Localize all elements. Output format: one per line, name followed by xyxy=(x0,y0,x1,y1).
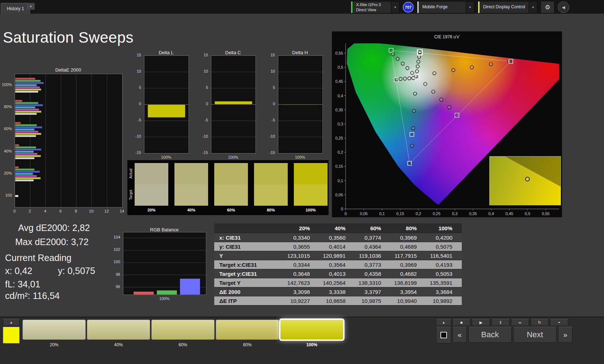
add-tab-button[interactable]: + xyxy=(27,3,35,10)
swatch-color xyxy=(151,320,215,340)
table-cell: 0,3340 xyxy=(284,235,319,241)
actual-target-swatch-panel: Actual Target 20%40%60%80%100% xyxy=(127,160,329,215)
swatch-color xyxy=(280,320,343,340)
meter-dropdown[interactable]: X-Rite i1Pro 3 Direct View ▼ xyxy=(351,1,400,13)
delta-bar xyxy=(282,104,319,105)
continuous-read-button[interactable]: ∞ xyxy=(511,319,529,326)
x-tick-label: 0 xyxy=(11,209,18,213)
table-cell: 142,7623 xyxy=(284,280,319,286)
deltae-bar xyxy=(15,133,41,135)
measured-point xyxy=(433,72,436,75)
pattern-source-label: Mobile Forge xyxy=(419,1,466,13)
svg-text:0,4: 0,4 xyxy=(489,211,494,216)
swatch-label: 60% xyxy=(214,208,248,212)
table-cell: 0,4689 xyxy=(390,244,426,250)
table-cell: 3,3684 xyxy=(426,289,462,295)
history-tab[interactable]: History 1 xyxy=(1,3,30,14)
up-arrow-button-left[interactable]: ▲ xyxy=(3,319,20,326)
deltae2000-plot xyxy=(14,74,123,207)
delta-c-plot xyxy=(211,55,256,154)
contrast-button[interactable]: ◓ xyxy=(550,319,568,326)
loop-button[interactable]: ↻ xyxy=(531,319,549,326)
patch-count-badge[interactable]: 707 xyxy=(403,2,414,13)
square-icon xyxy=(440,332,447,338)
topbar-controls: X-Rite i1Pro 3 Direct View ▼ 707 Mobile … xyxy=(351,1,569,13)
settings-gear-button[interactable]: ⚙ xyxy=(541,1,554,13)
deltae2000-chart: DeltaE 2000 100%80%60%40%20%100 02468101… xyxy=(1,67,124,219)
deltae-bar xyxy=(15,107,35,108)
avg-de2000-reading: Avg dE2000: 2,82 xyxy=(18,223,90,233)
pattern-source-dropdown[interactable]: Mobile Forge ▼ xyxy=(417,1,474,13)
chart-title: RGB Balance xyxy=(123,227,206,232)
y-tick-label: -15 xyxy=(131,150,141,155)
chart-title: CIE 1976 u'v' xyxy=(332,34,562,39)
svg-text:0,5: 0,5 xyxy=(338,65,343,69)
page-navigation: « Back Next » xyxy=(452,327,573,343)
top-bar: History 1 + X-Rite i1Pro 3 Direct View ▼… xyxy=(0,0,604,14)
target-swatch xyxy=(174,184,208,206)
display-control-label: Direct Display Control xyxy=(480,1,529,13)
deltae-bar xyxy=(15,78,35,80)
x-tick-label: 10 xyxy=(88,209,95,213)
table-row: Target y:CIE310,36480,40130,43580,46820,… xyxy=(214,269,462,278)
table-cell: 10,9940 xyxy=(390,298,426,304)
saturation-level-button[interactable]: 100% xyxy=(280,320,343,347)
delta-l-chart: Delta L 151050-5-10-15 100% xyxy=(131,50,193,162)
saturation-level-button[interactable]: 20% xyxy=(22,320,86,347)
up-arrow-button-right[interactable]: ▲ xyxy=(436,319,451,326)
actual-row-label: Actual xyxy=(128,163,133,184)
measured-point xyxy=(411,71,414,74)
measured-point xyxy=(396,57,399,60)
deltae-bar xyxy=(15,144,19,146)
bottom-control-bar: ▲ 20%40%60%80%100% ▲ ■ ▶ ‖ ∞ ↻ ◓ « Back … xyxy=(0,317,604,364)
cie-diagram-panel: CIE 1976 u'v' 000,050,050,10,10,150,150,… xyxy=(332,31,562,217)
deltae-bar xyxy=(15,102,38,104)
current-cdm2-reading: cd/m²: 116,54 xyxy=(5,291,60,301)
y-tick-label: -15 xyxy=(198,150,208,155)
display-control-dropdown[interactable]: Direct Display Control ▼ xyxy=(478,1,537,13)
rgb-bar-green xyxy=(157,290,177,295)
stop-button[interactable]: ■ xyxy=(452,319,470,326)
measured-point xyxy=(411,144,414,147)
pause-button[interactable]: ‖ xyxy=(491,319,510,326)
saturation-level-button[interactable]: 80% xyxy=(216,320,279,347)
deltae-bar xyxy=(15,82,44,84)
pattern-window-button[interactable] xyxy=(436,327,451,343)
saturation-level-button[interactable]: 60% xyxy=(151,320,215,347)
collapse-panel-button[interactable]: ◀ xyxy=(558,1,569,13)
first-page-button[interactable]: « xyxy=(452,327,467,343)
measured-point xyxy=(391,53,394,56)
y-tick-label: 98 xyxy=(110,272,120,277)
deltae-bar xyxy=(15,151,34,153)
table-cell: 120,9891 xyxy=(319,253,355,259)
chevron-down-icon[interactable]: ▼ xyxy=(529,1,537,13)
table-row: Target Y142,7623140,2564138,3310136,8199… xyxy=(214,278,462,287)
swatch-label: 80% xyxy=(216,342,279,347)
next-button[interactable]: Next xyxy=(513,327,557,343)
svg-text:0,35: 0,35 xyxy=(469,211,477,216)
x-axis-label: 100% xyxy=(278,155,322,159)
measured-point xyxy=(416,65,419,68)
y-tick-label: 104 xyxy=(110,235,120,239)
back-button[interactable]: Back xyxy=(468,327,512,343)
chevron-down-icon[interactable]: ▼ xyxy=(466,1,474,13)
current-x-value: x: 0,42 xyxy=(5,266,32,276)
table-header-cell: 60% xyxy=(355,225,390,231)
deltae-bar xyxy=(15,113,37,115)
table-cell: 0,3655 xyxy=(284,244,319,250)
chart-title: DeltaE 2000 xyxy=(14,67,122,73)
chevron-down-icon[interactable]: ▼ xyxy=(391,1,399,13)
y-tick-label: 5 xyxy=(265,85,275,90)
current-fl-reading: fL: 34,01 xyxy=(5,279,40,290)
deltae-bar xyxy=(15,180,34,181)
swatch-label: 100% xyxy=(280,342,343,347)
svg-text:0,2: 0,2 xyxy=(415,211,421,216)
play-button[interactable]: ▶ xyxy=(472,319,490,326)
target-point xyxy=(455,113,459,117)
svg-text:0,15: 0,15 xyxy=(335,164,343,168)
saturation-level-button[interactable]: 40% xyxy=(87,320,150,347)
last-page-button[interactable]: » xyxy=(558,327,573,343)
svg-text:0,55: 0,55 xyxy=(542,211,549,216)
y-tick-label: 0 xyxy=(198,102,208,106)
deltae-bar xyxy=(15,111,41,113)
